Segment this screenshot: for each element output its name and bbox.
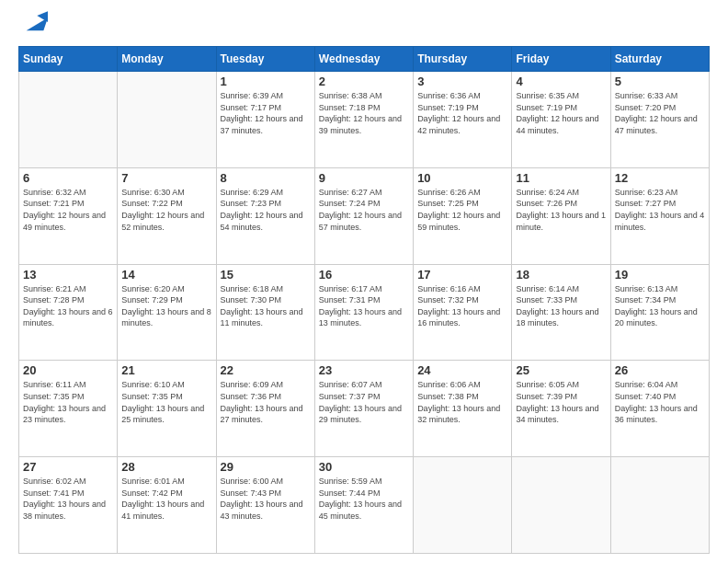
svg-marker-1 (37, 11, 48, 22)
calendar-header: SundayMondayTuesdayWednesdayThursdayFrid… (19, 47, 710, 72)
day-info: Sunrise: 5:59 AMSunset: 7:44 PMDaylight:… (319, 476, 409, 522)
day-number: 21 (121, 363, 211, 377)
day-number: 24 (417, 363, 507, 377)
calendar-cell: 27Sunrise: 6:02 AMSunset: 7:41 PMDayligh… (19, 457, 118, 554)
day-info: Sunrise: 6:13 AMSunset: 7:34 PMDaylight:… (615, 283, 705, 329)
day-number: 18 (516, 268, 606, 282)
day-number: 23 (319, 363, 409, 377)
calendar-cell: 24Sunrise: 6:06 AMSunset: 7:38 PMDayligh… (414, 361, 512, 457)
day-number: 7 (121, 171, 211, 185)
header-day: Wednesday (314, 47, 413, 72)
day-number: 9 (319, 171, 409, 185)
calendar-cell: 5Sunrise: 6:33 AMSunset: 7:20 PMDaylight… (610, 72, 709, 168)
calendar-row: 13Sunrise: 6:21 AMSunset: 7:28 PMDayligh… (19, 264, 710, 361)
day-info: Sunrise: 6:20 AMSunset: 7:29 PMDaylight:… (121, 283, 211, 329)
day-info: Sunrise: 6:24 AMSunset: 7:26 PMDaylight:… (516, 187, 606, 233)
calendar-cell: 25Sunrise: 6:05 AMSunset: 7:39 PMDayligh… (512, 361, 610, 457)
header (18, 15, 710, 37)
day-number: 11 (516, 171, 606, 185)
day-info: Sunrise: 6:05 AMSunset: 7:39 PMDaylight:… (516, 379, 606, 425)
calendar-row: 27Sunrise: 6:02 AMSunset: 7:41 PMDayligh… (19, 457, 710, 554)
day-info: Sunrise: 6:26 AMSunset: 7:25 PMDaylight:… (417, 187, 507, 233)
calendar-cell: 16Sunrise: 6:17 AMSunset: 7:31 PMDayligh… (314, 264, 413, 361)
day-number: 17 (417, 268, 507, 282)
day-info: Sunrise: 6:00 AMSunset: 7:43 PMDaylight:… (221, 476, 311, 522)
calendar-row: 6Sunrise: 6:32 AMSunset: 7:21 PMDaylight… (19, 167, 710, 264)
page: SundayMondayTuesdayWednesdayThursdayFrid… (0, 0, 728, 563)
calendar-cell: 15Sunrise: 6:18 AMSunset: 7:30 PMDayligh… (216, 264, 314, 361)
day-number: 20 (23, 363, 113, 377)
day-number: 16 (319, 268, 409, 282)
day-number: 2 (319, 75, 409, 88)
day-number: 13 (23, 268, 113, 282)
header-row: SundayMondayTuesdayWednesdayThursdayFrid… (19, 47, 710, 72)
day-number: 8 (221, 171, 311, 185)
day-info: Sunrise: 6:06 AMSunset: 7:38 PMDaylight:… (417, 379, 507, 425)
calendar-cell: 2Sunrise: 6:38 AMSunset: 7:18 PMDaylight… (314, 72, 413, 168)
calendar-table: SundayMondayTuesdayWednesdayThursdayFrid… (18, 46, 710, 554)
logo-icon (22, 9, 44, 31)
calendar-row: 1Sunrise: 6:39 AMSunset: 7:17 PMDaylight… (19, 72, 710, 168)
calendar-cell (19, 72, 118, 168)
header-day: Saturday (610, 47, 709, 72)
calendar-cell: 21Sunrise: 6:10 AMSunset: 7:35 PMDayligh… (118, 361, 216, 457)
day-info: Sunrise: 6:35 AMSunset: 7:19 PMDaylight:… (516, 90, 606, 136)
calendar-cell: 1Sunrise: 6:39 AMSunset: 7:17 PMDaylight… (216, 72, 314, 168)
day-number: 26 (615, 363, 705, 377)
calendar-cell: 26Sunrise: 6:04 AMSunset: 7:40 PMDayligh… (610, 361, 709, 457)
calendar-cell (512, 457, 610, 554)
day-number: 30 (319, 460, 409, 474)
header-day: Tuesday (216, 47, 314, 72)
day-number: 1 (221, 75, 311, 88)
calendar-cell: 9Sunrise: 6:27 AMSunset: 7:24 PMDaylight… (314, 167, 413, 264)
day-number: 5 (615, 75, 705, 88)
day-info: Sunrise: 6:11 AMSunset: 7:35 PMDaylight:… (23, 379, 113, 425)
day-info: Sunrise: 6:09 AMSunset: 7:36 PMDaylight:… (221, 379, 311, 425)
day-info: Sunrise: 6:39 AMSunset: 7:17 PMDaylight:… (221, 90, 311, 136)
calendar-cell: 29Sunrise: 6:00 AMSunset: 7:43 PMDayligh… (216, 457, 314, 554)
logo (18, 15, 44, 37)
calendar-cell (414, 457, 512, 554)
calendar-cell: 17Sunrise: 6:16 AMSunset: 7:32 PMDayligh… (414, 264, 512, 361)
day-info: Sunrise: 6:27 AMSunset: 7:24 PMDaylight:… (319, 187, 409, 233)
day-info: Sunrise: 6:18 AMSunset: 7:30 PMDaylight:… (221, 283, 311, 329)
day-info: Sunrise: 6:38 AMSunset: 7:18 PMDaylight:… (319, 90, 409, 136)
day-number: 10 (417, 171, 507, 185)
day-info: Sunrise: 6:30 AMSunset: 7:22 PMDaylight:… (121, 187, 211, 233)
calendar-cell: 3Sunrise: 6:36 AMSunset: 7:19 PMDaylight… (414, 72, 512, 168)
calendar-cell: 4Sunrise: 6:35 AMSunset: 7:19 PMDaylight… (512, 72, 610, 168)
day-number: 15 (221, 268, 311, 282)
calendar-cell: 13Sunrise: 6:21 AMSunset: 7:28 PMDayligh… (19, 264, 118, 361)
day-info: Sunrise: 6:04 AMSunset: 7:40 PMDaylight:… (615, 379, 705, 425)
header-day: Sunday (19, 47, 118, 72)
day-number: 6 (23, 171, 113, 185)
day-info: Sunrise: 6:16 AMSunset: 7:32 PMDaylight:… (417, 283, 507, 329)
calendar-cell: 20Sunrise: 6:11 AMSunset: 7:35 PMDayligh… (19, 361, 118, 457)
header-day: Friday (512, 47, 610, 72)
calendar-body: 1Sunrise: 6:39 AMSunset: 7:17 PMDaylight… (19, 72, 710, 554)
calendar-cell: 22Sunrise: 6:09 AMSunset: 7:36 PMDayligh… (216, 361, 314, 457)
calendar-cell: 23Sunrise: 6:07 AMSunset: 7:37 PMDayligh… (314, 361, 413, 457)
day-number: 27 (23, 460, 113, 474)
calendar-cell (118, 72, 216, 168)
day-info: Sunrise: 6:14 AMSunset: 7:33 PMDaylight:… (516, 283, 606, 329)
day-number: 28 (121, 460, 211, 474)
calendar-cell: 19Sunrise: 6:13 AMSunset: 7:34 PMDayligh… (610, 264, 709, 361)
day-info: Sunrise: 6:29 AMSunset: 7:23 PMDaylight:… (221, 187, 311, 233)
day-number: 4 (516, 75, 606, 88)
day-info: Sunrise: 6:23 AMSunset: 7:27 PMDaylight:… (615, 187, 705, 233)
day-number: 14 (121, 268, 211, 282)
calendar-cell: 8Sunrise: 6:29 AMSunset: 7:23 PMDaylight… (216, 167, 314, 264)
day-number: 3 (417, 75, 507, 88)
calendar-cell: 7Sunrise: 6:30 AMSunset: 7:22 PMDaylight… (118, 167, 216, 264)
header-day: Monday (118, 47, 216, 72)
header-day: Thursday (414, 47, 512, 72)
day-info: Sunrise: 6:10 AMSunset: 7:35 PMDaylight:… (121, 379, 211, 425)
day-number: 12 (615, 171, 705, 185)
calendar-cell: 14Sunrise: 6:20 AMSunset: 7:29 PMDayligh… (118, 264, 216, 361)
day-number: 25 (516, 363, 606, 377)
day-number: 29 (221, 460, 311, 474)
calendar-cell: 11Sunrise: 6:24 AMSunset: 7:26 PMDayligh… (512, 167, 610, 264)
calendar-row: 20Sunrise: 6:11 AMSunset: 7:35 PMDayligh… (19, 361, 710, 457)
day-info: Sunrise: 6:17 AMSunset: 7:31 PMDaylight:… (319, 283, 409, 329)
